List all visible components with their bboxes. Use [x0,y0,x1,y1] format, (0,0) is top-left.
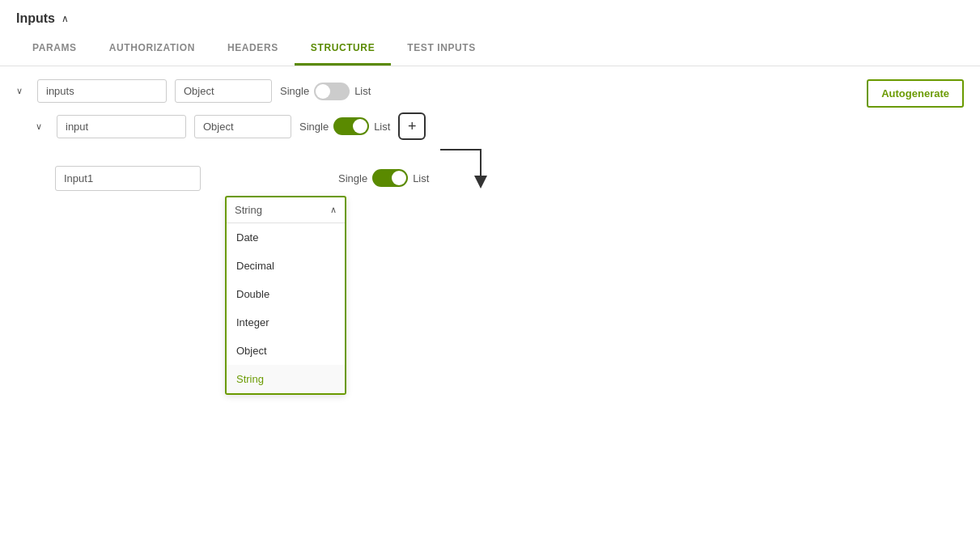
row1-list-label: List [354,85,371,97]
row3-list-label: List [413,172,429,184]
row3-toggle-track [372,169,408,187]
row2-toggle-track [333,117,369,135]
tab-authorization[interactable]: AUTHORIZATION [93,32,211,66]
tab-params[interactable]: PARAMS [16,32,93,66]
collapse-chevron-icon[interactable]: ∧ [62,13,69,24]
dropdown-item-date[interactable]: Date [227,223,345,252]
row1-type-input[interactable] [175,79,272,103]
inputs-title: Inputs [16,11,55,26]
row-input: ∨ Single List + [36,112,964,140]
row-inputs: ∨ Single List [16,79,964,103]
row3-toggle-group: Single List [338,169,429,187]
dropdown-item-double[interactable]: Double [227,280,345,308]
dropdown-item-decimal[interactable]: Decimal [227,252,345,280]
tab-test-inputs[interactable]: TEST INPUTS [391,32,492,66]
row3-toggle-thumb [392,171,406,185]
row1-toggle[interactable] [314,83,350,100]
dropdown-selected-value: String [235,204,262,216]
row1-toggle-thumb [316,84,330,99]
row-input1: Single List [55,150,964,206]
main-content: Autogenerate ∨ Single List ∨ Single [0,66,980,219]
dropdown-header[interactable]: String ∧ [227,197,345,223]
row2-collapse-icon[interactable]: ∨ [36,121,49,132]
dropdown-item-object[interactable]: Object [227,337,345,365]
type-dropdown: String ∧ Date Decimal Double Integer Obj… [225,196,346,395]
row2-toggle-thumb [353,119,367,134]
dropdown-item-integer[interactable]: Integer [227,308,345,337]
page-container: Inputs ∧ PARAMS AUTHORIZATION HEADERS ST… [0,0,980,534]
tab-structure[interactable]: STRUCTURE [295,32,391,66]
row1-collapse-icon[interactable]: ∨ [16,86,29,96]
inputs-header: Inputs ∧ [0,0,980,26]
row1-toggle-group: Single List [280,83,371,100]
add-field-button[interactable]: + [398,112,426,140]
row1-name-input[interactable] [37,79,167,103]
row1-toggle-track [314,83,350,100]
row2-toggle-group: Single List [299,117,390,135]
dropdown-chevron-icon: ∧ [330,205,337,215]
row3-single-label: Single [338,172,367,184]
corner-arrow-annotation [440,150,513,206]
row3-toggle[interactable] [372,169,408,187]
row2-toggle[interactable] [333,117,369,135]
row1-single-label: Single [280,85,309,97]
row2-name-input[interactable] [57,115,186,138]
dropdown-list: Date Decimal Double Integer Object Strin… [227,223,345,393]
row2-list-label: List [374,121,390,133]
row3-type-dropdown-trigger[interactable] [209,164,330,192]
row2-type-input[interactable] [194,115,291,138]
tab-headers[interactable]: HEADERS [211,32,295,66]
dropdown-item-string[interactable]: String [227,365,345,393]
row3-name-input[interactable] [55,166,201,191]
tabs-bar: PARAMS AUTHORIZATION HEADERS STRUCTURE T… [0,32,980,66]
row2-single-label: Single [299,121,329,133]
autogenerate-button[interactable]: Autogenerate [867,79,964,108]
